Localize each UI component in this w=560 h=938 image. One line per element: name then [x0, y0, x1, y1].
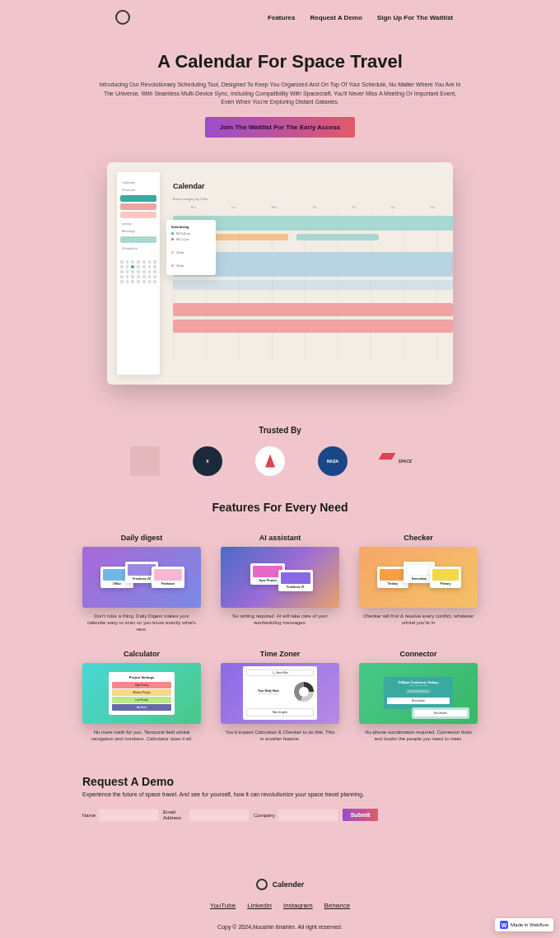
hero-title: A Calendar For Space Travel	[82, 51, 478, 72]
footer-brand: Calender	[273, 880, 305, 889]
sidebar-personal: Personal	[122, 188, 155, 192]
hero: A Calendar For Space Travel Introducing …	[0, 35, 560, 146]
webflow-text: Made in Webflow	[511, 922, 548, 927]
sidebar-pill	[120, 203, 156, 210]
webflow-badge[interactable]: W Made in Webflow	[495, 918, 553, 931]
feature-desc: You'd expect Calculator & Checker to do …	[221, 729, 339, 743]
nav-features[interactable]: Features	[268, 14, 295, 21]
email-label: Email Address	[163, 810, 186, 820]
preview-sidebar: Calendar Personal writing Meetings Sched…	[117, 172, 160, 375]
sidebar-pill	[120, 212, 156, 218]
demo-form: Name Email Address Company Submit	[82, 809, 478, 821]
feature-desc: No more math for you. Temporal field orb…	[82, 729, 201, 743]
feature-title: Time Zoner	[221, 650, 339, 658]
feature-time-zoner: Time Zoner 🔍 Search Bar Your Daily Stats…	[221, 650, 339, 743]
sidebar-title: Calendar	[122, 180, 155, 184]
sidebar-meetings: Meetings	[122, 229, 155, 233]
hero-subtitle: Introducing Our Revolutionary Scheduling…	[99, 81, 461, 107]
trust-logo-program	[255, 446, 285, 476]
trusted-heading: Trusted By	[0, 426, 560, 435]
feature-image: Project Settings High Priority Medium Pr…	[82, 663, 201, 724]
feature-desc: No writing required. AI will take care o…	[221, 613, 339, 627]
copyright: Copy © 2024,Noushin Ibrahim. All right r…	[0, 924, 560, 930]
footer-link-youtube[interactable]: YouTube	[210, 902, 236, 909]
footer-link-behance[interactable]: Behance	[324, 902, 351, 909]
mini-calendar	[120, 260, 156, 283]
trust-logo-nasa: NASA	[318, 446, 348, 476]
preview-days: Mon Tue Wed Thu Fri Sat Sun	[173, 206, 453, 209]
sidebar-pill	[120, 236, 156, 243]
nav-request-demo[interactable]: Request A Demo	[310, 14, 362, 21]
feature-image: Office Freelance V2 Freelance	[82, 547, 201, 608]
name-input[interactable]	[99, 810, 158, 821]
submit-button[interactable]: Submit	[343, 809, 379, 821]
webflow-icon: W	[500, 921, 508, 929]
feature-desc: Don't miss a thing. Daily Digest makes y…	[82, 613, 201, 633]
demo-heading: Request A Demo	[82, 775, 478, 788]
header: Features Request A Demo Sign Up For The …	[0, 0, 560, 35]
demo-sub: Experience the future of space travel. A…	[82, 791, 478, 797]
preview-title: Calendar	[173, 182, 453, 190]
sidebar-pill	[120, 195, 156, 202]
footer-link-linkedin[interactable]: Linkedin	[247, 902, 272, 909]
email-input[interactable]	[189, 810, 249, 821]
footer-link-instagram[interactable]: Instagram	[283, 902, 313, 909]
calendar-preview-wrap: Calendar Personal writing Meetings Sched…	[0, 146, 560, 418]
features-heading: Features For Every Need	[82, 501, 478, 514]
feature-ai-assistant: AI assistant Sync Project Freelance V1 N…	[221, 534, 339, 633]
company-label: Company	[254, 813, 275, 818]
calendar-preview: Calendar Personal writing Meetings Sched…	[107, 162, 453, 385]
join-waitlist-button[interactable]: Join The Waitlist For The Early Access	[205, 117, 356, 138]
trust-logo-space: SPACE	[380, 446, 430, 476]
feature-calculator: Calculator Project Settings High Priorit…	[82, 650, 201, 743]
footer-logo: Calender	[0, 879, 560, 890]
popup-title: Scheduling	[171, 225, 211, 229]
feature-image: Tertiary Secondary Primary	[359, 547, 478, 608]
feature-title: AI assistant	[221, 534, 339, 542]
feature-connector: Connector 5:00pm Centaurus Galaxy Wed, A…	[359, 650, 478, 743]
footer-logo-icon	[256, 879, 268, 890]
trust-logo-spacex: X	[193, 446, 222, 476]
sidebar-schedule: Schedules	[122, 246, 155, 250]
logo-icon	[115, 10, 130, 25]
donut-chart-icon	[294, 682, 314, 702]
feature-desc: Checker will find & resolve every confli…	[359, 613, 478, 627]
trusted-section: Trusted By X NASA SPACE	[0, 418, 560, 501]
footer-links: YouTube Linkedin Instagram Behance	[0, 902, 560, 909]
nav-signup-waitlist[interactable]: Sign Up For The Waitlist	[377, 14, 453, 21]
trust-logos: X NASA SPACE	[0, 446, 560, 476]
sidebar-writing: writing	[122, 222, 155, 226]
request-demo-section: Request A Demo Experience the future of …	[0, 775, 560, 854]
feature-image: Sync Project Freelance V1	[221, 547, 339, 608]
footer: Calender YouTube Linkedin Instagram Beha…	[0, 854, 560, 938]
feature-title: Checker	[359, 534, 478, 542]
feature-title: Calculator	[82, 650, 201, 658]
main-nav: Features Request A Demo Sign Up For The …	[268, 14, 453, 21]
preview-sub: Event category by Color	[173, 197, 453, 201]
feature-image: 🔍 Search Bar Your Daily Stats See How Yo…	[221, 663, 339, 724]
feature-daily-digest: Daily digest Office Freelance V2 Freelan…	[82, 534, 201, 633]
feature-title: Daily digest	[82, 534, 201, 542]
feature-image: 5:00pm Centaurus Galaxy Wed, April 20, 2…	[359, 663, 478, 724]
preview-popup: Scheduling M-F 6-10 pm M-F 1-5 pm 3-6 pm…	[166, 220, 216, 275]
company-input[interactable]	[278, 810, 338, 821]
features-section: Features For Every Need Daily digest Off…	[0, 501, 560, 776]
feature-checker: Checker Tertiary Secondary Primary Check…	[359, 534, 478, 633]
name-label: Name	[82, 813, 96, 818]
feature-desc: No phone socialization required. Connect…	[359, 729, 478, 743]
trust-logo-astron	[130, 446, 160, 476]
feature-title: Connector	[359, 650, 478, 658]
